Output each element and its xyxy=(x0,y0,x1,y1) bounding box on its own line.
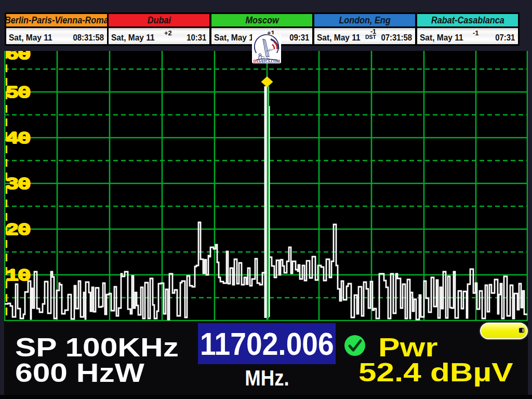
svg-text:DXSATCS.COM: DXSATCS.COM xyxy=(254,59,280,63)
